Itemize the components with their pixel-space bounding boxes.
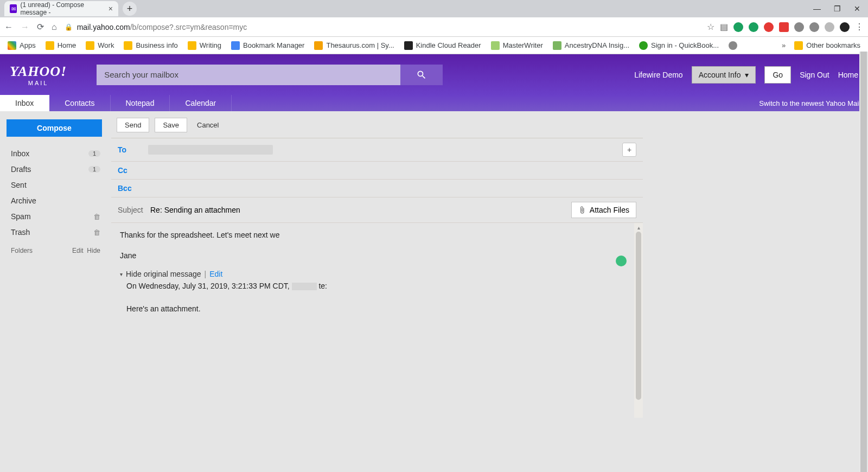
- message-body[interactable]: Thanks for the spreadsheet. Let's meet n…: [111, 222, 643, 418]
- scroll-up-icon[interactable]: ▴: [634, 223, 643, 232]
- bcc-field-row[interactable]: Bcc: [111, 180, 643, 197]
- tab-close-icon[interactable]: ×: [108, 4, 113, 13]
- tab-strip: ✉ (1 unread) - Compose message - × + — ❐…: [0, 0, 868, 17]
- extension-icon[interactable]: [794, 22, 804, 32]
- subject-value[interactable]: Re: Sending an attachmen: [150, 206, 240, 214]
- home-link[interactable]: Home: [838, 71, 858, 79]
- save-button[interactable]: Save: [155, 118, 187, 132]
- extension-icon[interactable]: [779, 22, 789, 32]
- reload-icon[interactable]: ⟳: [37, 22, 44, 32]
- extension-icon[interactable]: [749, 22, 758, 32]
- header-right: Lifewire Demo Account Info▾ Go Sign Out …: [634, 66, 858, 84]
- tab-contacts[interactable]: Contacts: [49, 95, 110, 111]
- tab-notepad[interactable]: Notepad: [111, 95, 170, 111]
- sidebar: Compose Inbox1 Drafts1 Sent Archive Spam…: [0, 111, 111, 472]
- folders-hide-link[interactable]: Hide: [87, 247, 100, 254]
- browser-toolbar: ← → ⟳ ⌂ 🔒 mail.yahoo.com/b/compose?.src=…: [0, 17, 868, 37]
- chrome-menu-icon[interactable]: ⋮: [855, 22, 864, 32]
- body-scrollbar[interactable]: ▴: [634, 223, 643, 418]
- favicon-icon: [404, 41, 413, 50]
- folders-edit-link[interactable]: Edit: [72, 247, 84, 254]
- extension-icon[interactable]: [825, 22, 834, 32]
- tab-title: (1 unread) - Compose message -: [20, 1, 100, 16]
- apps-shortcut[interactable]: Apps: [4, 40, 39, 52]
- to-recipient-redacted: [148, 145, 273, 155]
- page-icon[interactable]: ▤: [720, 22, 728, 32]
- bookmark-item[interactable]: Business info: [120, 40, 181, 52]
- edit-quote-link[interactable]: Edit: [209, 270, 222, 278]
- mail-favicon-icon: ✉: [10, 4, 17, 13]
- empty-trash-icon[interactable]: 🗑: [93, 228, 100, 237]
- compose-button[interactable]: Compose: [7, 119, 102, 137]
- maximize-icon[interactable]: ❐: [834, 4, 841, 13]
- to-field-row[interactable]: To +: [111, 138, 643, 162]
- sidebar-folder-spam[interactable]: Spam🗑: [7, 209, 105, 224]
- favicon-icon: [553, 41, 561, 50]
- url-host: mail.yahoo.com: [77, 23, 130, 31]
- add-recipient-button[interactable]: +: [622, 143, 636, 157]
- star-icon[interactable]: ☆: [707, 22, 714, 32]
- browser-tab[interactable]: ✉ (1 unread) - Compose message - ×: [4, 1, 118, 16]
- sidebar-folder-sent[interactable]: Sent: [7, 178, 105, 192]
- sidebar-folder-trash[interactable]: Trash🗑: [7, 225, 105, 239]
- bookmark-item[interactable]: AncestryDNA Insig...: [550, 40, 633, 52]
- search-icon: [416, 69, 427, 80]
- sidebar-folder-inbox[interactable]: Inbox1: [7, 146, 105, 161]
- bookmark-item[interactable]: Writing: [184, 40, 225, 52]
- new-tab-button[interactable]: +: [123, 2, 137, 16]
- attach-files-button[interactable]: Attach Files: [571, 202, 636, 218]
- bookmark-item[interactable]: MasterWriter: [488, 40, 546, 52]
- scroll-thumb[interactable]: [636, 232, 641, 400]
- bookmark-item[interactable]: Kindle Cloud Reader: [401, 40, 484, 52]
- sign-out-link[interactable]: Sign Out: [800, 71, 829, 79]
- other-bookmarks[interactable]: Other bookmarks: [791, 40, 864, 52]
- bookmarks-bar: Apps Home Work Business info Writing Boo…: [0, 37, 868, 54]
- chevron-down-icon: ▾: [745, 71, 749, 79]
- tab-calendar[interactable]: Calendar: [170, 95, 232, 111]
- tab-inbox[interactable]: Inbox: [0, 95, 49, 111]
- inbox-count-badge: 1: [88, 150, 100, 157]
- browser-chrome: ✉ (1 unread) - Compose message - × + — ❐…: [0, 0, 868, 54]
- extension-icon[interactable]: [733, 22, 743, 32]
- page-scrollbar[interactable]: [859, 52, 868, 472]
- cc-field-row[interactable]: Cc: [111, 162, 643, 180]
- quote-sender-redacted: [292, 283, 317, 290]
- bookmark-item[interactable]: [725, 40, 741, 52]
- bookmark-item[interactable]: Work: [82, 40, 117, 52]
- bookmarks-overflow-icon[interactable]: »: [782, 41, 786, 49]
- bookmark-item[interactable]: Thesaurus.com | Sy...: [311, 40, 397, 52]
- search-button[interactable]: [400, 65, 443, 85]
- folder-icon: [188, 41, 196, 50]
- empty-spam-icon[interactable]: 🗑: [93, 213, 100, 221]
- bookmark-item[interactable]: Sign in - QuickBook...: [636, 40, 722, 52]
- forward-icon[interactable]: →: [21, 22, 29, 32]
- close-window-icon[interactable]: ✕: [854, 4, 860, 13]
- window-controls: — ❐ ✕: [806, 4, 868, 13]
- account-info-dropdown[interactable]: Account Info▾: [692, 66, 756, 84]
- address-bar[interactable]: 🔒 mail.yahoo.com/b/compose?.src=ym&reaso…: [65, 23, 699, 31]
- switch-new-mail-link[interactable]: Switch to the newest Yahoo Mail: [759, 99, 868, 107]
- back-icon[interactable]: ←: [4, 22, 13, 32]
- folder-icon: [794, 41, 803, 50]
- sidebar-folder-drafts[interactable]: Drafts1: [7, 162, 105, 176]
- send-button[interactable]: Send: [117, 118, 149, 132]
- bookmark-item[interactable]: Home: [42, 40, 80, 52]
- profile-avatar-icon[interactable]: [840, 22, 850, 32]
- grammarly-icon[interactable]: [616, 256, 627, 266]
- lock-icon: 🔒: [65, 23, 73, 31]
- bookmark-item[interactable]: Bookmark Manager: [228, 40, 308, 52]
- quote-toggle[interactable]: ▾ Hide original message | Edit: [120, 270, 634, 278]
- to-label: To: [118, 145, 148, 154]
- quote-meta: On Wednesday, July 31, 2019, 3:21:33 PM …: [126, 282, 634, 290]
- minimize-icon[interactable]: —: [813, 4, 821, 13]
- home-icon[interactable]: ⌂: [52, 22, 57, 32]
- sidebar-folder-archive[interactable]: Archive: [7, 194, 105, 208]
- extension-icon[interactable]: [809, 22, 819, 32]
- quote-text: Here's an attachment.: [126, 304, 634, 313]
- extension-icon[interactable]: [764, 22, 774, 32]
- go-button[interactable]: Go: [764, 66, 791, 84]
- cancel-link[interactable]: Cancel: [193, 118, 223, 132]
- yahoo-logo[interactable]: YAHOO! MAIL: [10, 63, 67, 86]
- page-scroll-thumb[interactable]: [860, 52, 867, 472]
- search-input[interactable]: [97, 65, 400, 85]
